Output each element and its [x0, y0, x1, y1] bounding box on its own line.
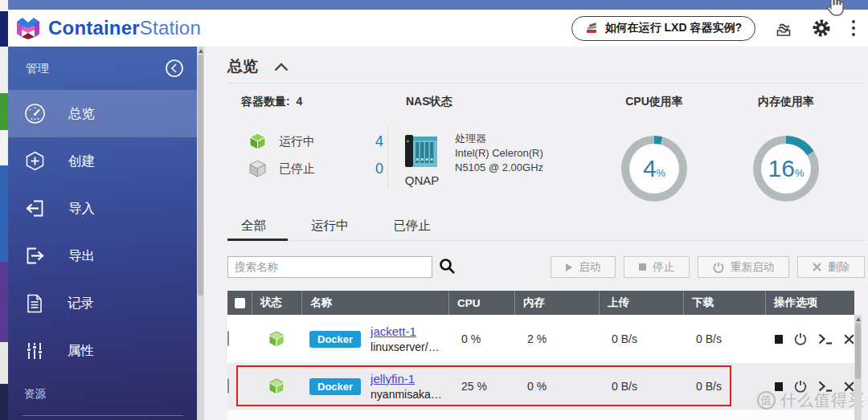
memory-usage-value: 16 [768, 155, 795, 182]
scrollbar-thumb[interactable] [855, 323, 861, 379]
resource-usage-button[interactable] [775, 19, 792, 37]
upload-value: 0 B/s [599, 332, 683, 345]
stop-button[interactable]: 停止 [624, 256, 690, 278]
app-header: ContainerStation 如何在运行 LXD 容器实例? [8, 10, 868, 47]
start-button[interactable]: 启动 [551, 256, 616, 278]
header-actions: 如何在运行 LXD 容器实例? [571, 16, 857, 41]
restart-button[interactable]: 重新启动 [698, 256, 789, 278]
tab-stopped[interactable]: 已停止 [394, 218, 432, 241]
terminal-icon [818, 333, 833, 345]
window-top-bar [8, 0, 868, 10]
memory-usage-unit: % [795, 167, 805, 179]
filter-tabs: 全部 运行中 已停止 [241, 218, 431, 241]
app-title: ContainerStation [48, 17, 201, 39]
running-label: 运行中 [279, 134, 350, 149]
table-scrollbar[interactable] [854, 315, 862, 420]
scroll-up-arrow-icon[interactable] [856, 317, 861, 321]
watermark-badge: 值 [757, 391, 776, 410]
cpu-usage-title: CPU使用率 [590, 95, 719, 109]
sidebar-collapse-button[interactable] [165, 59, 184, 78]
more-menu-button[interactable] [850, 18, 857, 38]
x-icon [813, 263, 821, 271]
row-power-button[interactable] [794, 332, 807, 345]
tab-all[interactable]: 全部 [241, 218, 266, 241]
scroll-up-arrow-icon[interactable] [199, 49, 203, 53]
row-checkbox[interactable] [227, 378, 229, 393]
collapse-panel-chevron-up-icon[interactable] [274, 63, 289, 71]
sidebar-scrollbar[interactable] [197, 47, 204, 420]
running-count-row: 运行中 4 [249, 133, 383, 150]
tab-running[interactable]: 运行中 [311, 218, 349, 241]
watermark-text: 什么值得买 [780, 389, 865, 411]
sidebar-item-export[interactable]: 导出 [8, 232, 197, 279]
running-cube-icon [268, 331, 285, 348]
column-cpu: CPU [448, 291, 514, 315]
memory-value: 2 % [514, 332, 599, 345]
row-checkbox[interactable] [227, 331, 229, 346]
nas-model-name: QNAP [400, 173, 444, 187]
stop-icon [639, 263, 646, 271]
background-strip [0, 0, 8, 420]
sidebar-item-label: 导出 [68, 247, 95, 265]
power-icon [794, 332, 807, 345]
sidebar-item-label: 导入 [68, 200, 95, 218]
docker-badge: Docker [309, 331, 361, 348]
settings-button[interactable] [812, 18, 831, 38]
container-count-value: 4 [296, 95, 302, 108]
processor-label: 处理器 [455, 132, 543, 146]
select-all-checkbox[interactable] [235, 298, 245, 308]
sidebar-item-label: 记录 [68, 295, 94, 312]
container-image: nyanmisaka… [371, 388, 442, 401]
container-count-label: 容器数量: 4 [241, 95, 302, 109]
search-icon[interactable] [439, 258, 456, 275]
sidebar-section-resources: 资源 [24, 387, 46, 402]
stopped-value: 0 [362, 161, 383, 177]
stats-divider [387, 127, 388, 188]
lxd-help-button[interactable]: 如何在运行 LXD 容器实例? [571, 16, 755, 41]
stopped-cube-icon [249, 160, 266, 177]
active-tab-underline [227, 239, 288, 241]
title-divider [227, 83, 865, 84]
play-icon [566, 263, 572, 271]
delete-button[interactable]: 删除 [797, 256, 865, 278]
sidebar-item-import[interactable]: 导入 [8, 185, 197, 232]
log-icon [24, 293, 45, 314]
cpu-value: 25 % [448, 380, 514, 393]
x-icon [844, 334, 854, 345]
row-terminal-button[interactable] [818, 333, 833, 345]
container-link[interactable]: jackett-1 [371, 324, 416, 338]
column-upload: 上传 [599, 291, 683, 315]
download-value: 0 B/s [683, 380, 765, 393]
chevron-left-circle-icon [165, 59, 184, 78]
processor-model-line1: Intel(R) Celeron(R) [455, 146, 543, 161]
docker-badge: Docker [309, 378, 361, 395]
gear-icon [812, 18, 831, 38]
search-input[interactable] [227, 256, 432, 278]
column-name: 名称 [301, 291, 448, 315]
app-logo: ContainerStation [14, 16, 201, 40]
table-row-jackett: Docker jackett-1 linuxserver/… 0 % 2 % 0… [227, 315, 854, 363]
mouse-cursor-icon [823, 0, 847, 18]
page-title: 总览 [227, 56, 258, 77]
download-value: 0 B/s [683, 332, 765, 345]
tab-baseline [227, 240, 865, 241]
scrollbar-thumb[interactable] [198, 55, 203, 296]
sidebar-divider [23, 415, 183, 416]
sidebar-item-logs[interactable]: 记录 [8, 279, 197, 327]
power-icon [713, 262, 724, 273]
nas-status-label: NAS状态 [406, 95, 452, 109]
column-status: 状态 [252, 291, 301, 315]
column-actions: 操作选项 [765, 291, 854, 315]
sidebar-item-overview[interactable]: 总览 [8, 90, 197, 137]
sidebar: 管理 总览 [8, 47, 197, 420]
running-cube-icon [268, 378, 285, 395]
sidebar-item-properties[interactable]: 属性 [8, 327, 197, 374]
row-close-button[interactable] [844, 334, 854, 345]
upload-value: 0 B/s [599, 380, 683, 393]
sidebar-item-label: 创建 [68, 153, 95, 170]
container-link[interactable]: jellyfin-1 [371, 372, 415, 385]
sidebar-item-label: 总览 [68, 105, 95, 123]
properties-icon [24, 340, 45, 361]
sidebar-item-create[interactable]: 创建 [8, 137, 197, 185]
row-stop-button[interactable] [775, 335, 783, 344]
